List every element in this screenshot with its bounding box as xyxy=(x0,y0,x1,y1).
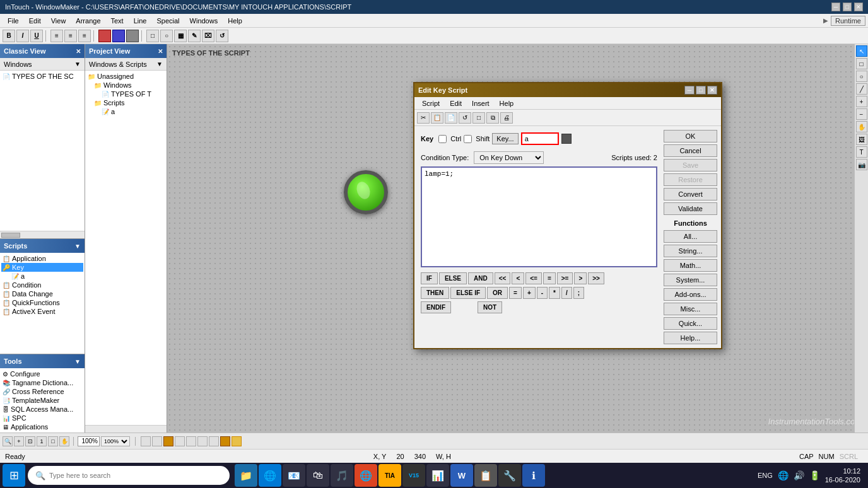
btn-plus[interactable]: + xyxy=(523,287,536,299)
right-tool-circle[interactable]: ○ xyxy=(856,71,867,82)
taskbar-app3[interactable]: 📊 xyxy=(426,464,449,487)
btn-and[interactable]: AND xyxy=(468,272,493,284)
classic-view-close[interactable]: ✕ xyxy=(76,48,81,55)
btn-assign[interactable]: = xyxy=(509,287,522,299)
btn-or[interactable]: OR xyxy=(487,287,508,299)
toolbar-align-center[interactable]: ≡ xyxy=(64,30,77,42)
zoom-window-btn[interactable]: □ xyxy=(48,436,58,446)
right-tool-cursor[interactable]: ↖ xyxy=(856,45,867,57)
addons-functions-btn[interactable]: Add-ons... xyxy=(664,288,717,301)
taskbar-edge[interactable]: 🌐 xyxy=(259,464,281,487)
proj-scripts[interactable]: 📁 Scripts xyxy=(86,98,165,107)
script-activex[interactable]: 📋 ActiveX Event xyxy=(1,307,83,316)
zoom-input[interactable] xyxy=(78,436,100,446)
tool-applications[interactable]: 🖥 Applications xyxy=(1,422,83,431)
all-functions-btn[interactable]: All... xyxy=(664,230,717,243)
save-button[interactable]: Save xyxy=(664,159,717,171)
right-tool-hand[interactable]: ✋ xyxy=(856,121,867,132)
dialog-menu-insert[interactable]: Insert xyxy=(467,98,495,108)
tools-dropdown[interactable]: ▼ xyxy=(74,358,81,365)
toolbar-btn5[interactable]: ⌧ xyxy=(202,30,214,42)
dialog-toolbar-box[interactable]: □ xyxy=(472,112,485,124)
proj-types[interactable]: 📄 TYPES OF T xyxy=(86,90,165,98)
tool-row-btn5[interactable] xyxy=(186,436,196,446)
btn-gt[interactable]: > xyxy=(574,272,587,284)
right-tool-image[interactable]: 🖼 xyxy=(856,134,867,145)
script-condition[interactable]: 📋 Condition xyxy=(1,281,83,289)
btn-eq[interactable]: = xyxy=(543,272,556,284)
dialog-menu-edit[interactable]: Edit xyxy=(445,98,467,108)
taskbar-word[interactable]: W xyxy=(450,464,473,487)
classic-view-dropdown[interactable]: ▼ xyxy=(74,61,81,67)
quick-functions-btn[interactable]: Quick... xyxy=(664,317,717,330)
tool-row-btn9[interactable] xyxy=(232,436,242,446)
script-application[interactable]: 📋 Application xyxy=(1,254,83,263)
tool-configure[interactable]: ⚙ Configure xyxy=(1,369,83,378)
script-key-a[interactable]: 📝 a xyxy=(1,272,83,281)
right-tool-photo[interactable]: 📷 xyxy=(856,159,867,170)
taskbar-battery-icon[interactable]: 🔋 xyxy=(809,470,820,480)
btn-minus[interactable]: - xyxy=(537,287,548,299)
toolbar-align-left[interactable]: ≡ xyxy=(50,30,63,42)
ctrl-checkbox[interactable] xyxy=(438,135,447,143)
toolbar-btn6[interactable]: ↺ xyxy=(216,30,228,42)
script-quickfunctions[interactable]: 📋 QuickFunctions xyxy=(1,298,83,307)
tool-row-btn3[interactable] xyxy=(163,436,173,446)
right-tool-box[interactable]: □ xyxy=(856,58,867,69)
toolbar-btn4[interactable]: ✎ xyxy=(188,30,201,42)
taskbar-network-icon[interactable]: 🌐 xyxy=(778,470,789,480)
dialog-menu-help[interactable]: Help xyxy=(495,98,519,108)
toolbar-bold[interactable]: B xyxy=(3,30,15,42)
dialog-maximize-btn[interactable]: □ xyxy=(696,86,706,95)
zoom-hand-btn[interactable]: ✋ xyxy=(59,436,69,446)
btn-lt[interactable]: < xyxy=(512,272,524,284)
restore-button[interactable]: Restore xyxy=(664,173,717,186)
menu-view[interactable]: View xyxy=(46,16,71,26)
tool-crossref[interactable]: 🔗 Cross Reference xyxy=(1,387,83,396)
proj-windows[interactable]: 📁 Windows xyxy=(86,81,165,90)
dialog-toolbar-copy2[interactable]: ⧉ xyxy=(486,112,499,124)
dialog-toolbar-print[interactable]: 🖨 xyxy=(500,112,513,124)
tool-row-btn4[interactable] xyxy=(175,436,185,446)
start-button[interactable]: ⊞ xyxy=(3,464,25,487)
zoom-fit-btn[interactable]: ⊡ xyxy=(25,436,35,446)
toolbar-btn3[interactable]: ▦ xyxy=(174,30,187,42)
taskbar-app2[interactable]: V15 xyxy=(402,464,425,487)
btn-not[interactable]: NOT xyxy=(478,301,502,313)
help-functions-btn[interactable]: Help... xyxy=(664,332,717,344)
right-tool-line[interactable]: ╱ xyxy=(856,83,867,95)
dialog-close-btn[interactable]: ✕ xyxy=(707,86,717,95)
toolbar-btn2[interactable]: ○ xyxy=(160,30,173,42)
toolbar-color1[interactable] xyxy=(98,30,111,42)
btn-multiply[interactable]: * xyxy=(549,287,560,299)
taskbar-store[interactable]: 🛍 xyxy=(307,464,329,487)
tool-row-btn6[interactable] xyxy=(197,436,208,446)
right-tool-minus[interactable]: − xyxy=(856,108,867,120)
minimize-btn[interactable]: ─ xyxy=(831,3,840,11)
taskbar-sound-icon[interactable]: 🔊 xyxy=(794,470,804,480)
menu-line[interactable]: Line xyxy=(129,16,152,26)
tool-spc[interactable]: 📊 SPC xyxy=(1,414,83,422)
script-key[interactable]: 🔑 Key xyxy=(1,263,83,272)
menu-special[interactable]: Special xyxy=(151,16,184,26)
convert-button[interactable]: Convert xyxy=(664,188,717,200)
btn-ltlt[interactable]: << xyxy=(495,272,511,284)
system-functions-btn[interactable]: System... xyxy=(664,274,717,286)
key-value-input[interactable] xyxy=(521,132,559,145)
taskbar-app4[interactable]: 📋 xyxy=(474,464,497,487)
toolbar-color2[interactable] xyxy=(112,30,125,42)
taskbar-explorer[interactable]: 📁 xyxy=(235,464,257,487)
condition-type-select[interactable]: On Key Down On Key Up While Key Down xyxy=(474,151,544,164)
shift-checkbox[interactable] xyxy=(464,135,472,143)
proj-a[interactable]: 📝 a xyxy=(86,107,165,116)
zoom-select[interactable]: 100% 50% 200% xyxy=(101,436,130,446)
string-functions-btn[interactable]: String... xyxy=(664,245,717,257)
toolbar-italic[interactable]: I xyxy=(16,30,29,42)
dialog-toolbar-cut[interactable]: ✂ xyxy=(417,112,430,124)
taskbar-tia[interactable]: TIA xyxy=(378,464,401,487)
btn-else-if[interactable]: ELSE IF xyxy=(450,287,486,299)
tree-item-types[interactable]: 📄 TYPES OF THE SC xyxy=(1,72,83,81)
toolbar-color3[interactable] xyxy=(126,30,139,42)
btn-endif[interactable]: ENDIF xyxy=(421,301,451,313)
script-editor[interactable]: lamp=1; xyxy=(421,166,657,267)
